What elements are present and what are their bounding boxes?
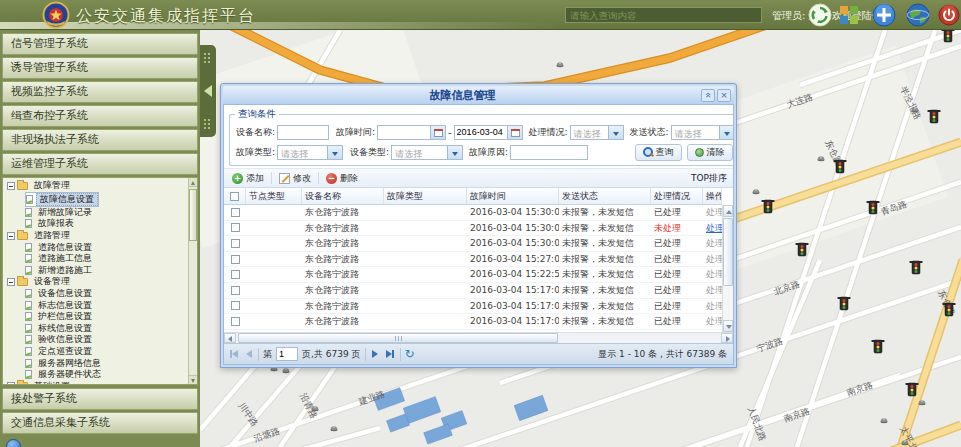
top-sort-label[interactable]: TOP排序 bbox=[691, 172, 727, 185]
tree-item-fault-info-setting[interactable]: 故障信息设置 bbox=[25, 192, 99, 207]
calendar-icon[interactable] bbox=[430, 126, 445, 139]
tree-item-server-network-info[interactable]: 服务器网络信息 bbox=[25, 357, 197, 369]
scrollbar-thumb[interactable] bbox=[189, 189, 197, 241]
recycle-icon[interactable] bbox=[808, 3, 832, 27]
add-button[interactable]: + 添加 bbox=[229, 170, 267, 187]
collapse-toggle-icon[interactable] bbox=[7, 232, 15, 240]
clear-button[interactable]: 清除 bbox=[687, 144, 733, 161]
next-page-button[interactable] bbox=[370, 347, 380, 361]
col-device-name[interactable]: 设备名称 bbox=[302, 188, 384, 204]
panel-collapse-handle[interactable] bbox=[200, 45, 216, 137]
table-row[interactable]: 东仓路宁波路 2016-03-04 15:30:00 未报警，未发短信 未处理 … bbox=[224, 221, 722, 237]
close-dialog-icon[interactable]: × bbox=[717, 89, 731, 102]
table-row[interactable]: 东仓路宁波路 2016-03-04 15:30:00 未报警，未发短信 已处理 … bbox=[224, 205, 722, 221]
tree-item-fixed-patrol-setting[interactable]: 定点巡查设置 bbox=[25, 346, 197, 358]
row-checkbox[interactable] bbox=[224, 314, 246, 329]
device-type-select[interactable]: 请选择 bbox=[391, 145, 463, 160]
dialog-titlebar[interactable]: 故障信息管理 « × bbox=[223, 86, 734, 104]
collapse-dialog-icon[interactable]: « bbox=[701, 89, 715, 102]
send-status-select[interactable]: 请选择 bbox=[671, 125, 734, 140]
handle-status-select[interactable]: 请选择 bbox=[570, 125, 624, 140]
collapse-toggle-icon[interactable] bbox=[7, 278, 15, 286]
refresh-icon[interactable]: ↻ bbox=[405, 348, 415, 360]
row-checkbox[interactable] bbox=[224, 267, 246, 282]
scroll-right-icon[interactable] bbox=[721, 333, 733, 343]
calendar-icon[interactable] bbox=[507, 126, 522, 139]
sidebar-item-alarm-handling[interactable]: 接处警子系统 bbox=[2, 388, 198, 410]
col-handle-status[interactable]: 处理情况 bbox=[651, 188, 703, 204]
row-checkbox[interactable] bbox=[224, 252, 246, 267]
tree-item-road-mgmt[interactable]: 道路管理 bbox=[7, 230, 197, 242]
tree-item-road-info-setting[interactable]: 道路信息设置 bbox=[25, 241, 197, 253]
tree-item-add-road-construction[interactable]: 新增道路施工 bbox=[25, 265, 197, 277]
sidebar-item-investigation-control[interactable]: 缉查布控子系统 bbox=[2, 105, 198, 127]
table-row[interactable]: 东仓路宁波路 2016-03-04 15:17:01 未报警，未发短信 已处理 … bbox=[224, 283, 722, 299]
fault-type-select[interactable]: 请选择 bbox=[277, 145, 343, 160]
row-checkbox[interactable] bbox=[224, 205, 246, 220]
tree-item-device-info-setting[interactable]: 设备信息设置 bbox=[25, 288, 197, 300]
table-row[interactable]: 东仓路宁波路 2016-03-04 15:22:50 未报警，未发短信 已处理 … bbox=[224, 267, 722, 283]
delete-button[interactable]: − 删除 bbox=[323, 170, 361, 187]
first-page-button[interactable] bbox=[228, 347, 240, 361]
table-row[interactable]: 东仓路宁波路 2016-03-04 15:17:01 未报警，未发短信 已处理 … bbox=[224, 314, 722, 330]
chevron-down-icon[interactable] bbox=[327, 146, 342, 159]
chevron-down-icon[interactable] bbox=[608, 126, 623, 139]
sidebar-item-video-monitor[interactable]: 视频监控子系统 bbox=[2, 81, 198, 103]
chevron-down-icon[interactable] bbox=[719, 126, 734, 139]
scroll-up-icon[interactable] bbox=[189, 178, 197, 187]
tree-item-device-mgmt[interactable]: 设备管理 bbox=[7, 276, 197, 288]
last-page-button[interactable] bbox=[384, 347, 396, 361]
scrollbar-thumb[interactable] bbox=[723, 218, 733, 286]
col-node-type[interactable]: 节点类型 bbox=[246, 188, 302, 204]
query-button[interactable]: 查询 bbox=[635, 144, 682, 161]
row-checkbox[interactable] bbox=[224, 221, 246, 236]
scroll-down-icon[interactable] bbox=[189, 375, 197, 384]
tree-item-fault-mgmt[interactable]: 故障管理 bbox=[7, 180, 197, 192]
tree-item-road-construction-info[interactable]: 道路施工信息 bbox=[25, 253, 197, 265]
sidebar-item-ops-maintenance[interactable]: 运维管理子系统 bbox=[2, 153, 198, 175]
modify-button[interactable]: 修改 bbox=[276, 170, 314, 187]
sidebar-item-offsite-enforcement[interactable]: 非现场执法子系统 bbox=[2, 129, 198, 151]
dashboard-grid-icon[interactable] bbox=[840, 6, 858, 24]
scroll-up-icon[interactable] bbox=[723, 205, 733, 217]
table-row[interactable]: 东仓路宁波路 2016-03-04 15:30:00 未报警，未发短信 已处理 … bbox=[224, 236, 722, 252]
col-operation[interactable]: 操作 bbox=[703, 188, 722, 204]
tree-scrollbar[interactable] bbox=[188, 178, 197, 384]
global-search-input[interactable] bbox=[565, 7, 762, 23]
tree-item-server-hardware-status[interactable]: 服务器硬件状态 bbox=[25, 369, 197, 381]
collapse-toggle-icon[interactable] bbox=[7, 182, 15, 190]
row-checkbox[interactable] bbox=[224, 283, 246, 298]
globe-icon[interactable] bbox=[906, 3, 930, 27]
row-checkbox[interactable] bbox=[224, 236, 246, 251]
col-fault-time[interactable]: 故障时间 bbox=[467, 188, 559, 204]
tree-item-guardrail-info-setting[interactable]: 护栏信息设置 bbox=[25, 311, 197, 323]
scroll-down-icon[interactable] bbox=[723, 320, 733, 332]
table-row[interactable]: 东仓路宁波路 2016-03-04 15:17:01 未报警，未发短信 已处理 … bbox=[224, 299, 722, 315]
power-icon[interactable] bbox=[938, 4, 960, 26]
grid-horizontal-scrollbar[interactable] bbox=[224, 332, 733, 343]
fault-reason-input[interactable] bbox=[510, 145, 588, 160]
fault-time-to-input[interactable] bbox=[455, 126, 507, 139]
row-checkbox[interactable] bbox=[224, 299, 246, 314]
tree-item-marking-info-setting[interactable]: 标线信息设置 bbox=[25, 323, 197, 335]
grid-vertical-scrollbar[interactable] bbox=[722, 205, 733, 332]
fault-time-from-input[interactable] bbox=[378, 126, 430, 139]
table-row[interactable]: 东仓路宁波路 2016-03-04 15:27:00 未报警，未发短信 已处理 … bbox=[224, 252, 722, 268]
tree-item-add-fault-record[interactable]: 新增故障记录 bbox=[25, 207, 197, 219]
device-name-input[interactable] bbox=[277, 125, 329, 140]
scroll-left-icon[interactable] bbox=[224, 333, 236, 343]
tree-item-basic-setting[interactable]: 基础设置 bbox=[7, 381, 197, 386]
plus-icon[interactable] bbox=[872, 3, 896, 27]
tree-item-acceptance-info-setting[interactable]: 验收信息设置 bbox=[25, 334, 197, 346]
select-all-checkbox[interactable] bbox=[224, 188, 246, 204]
handle-link[interactable]: 处理 bbox=[703, 221, 722, 236]
chevron-down-icon[interactable] bbox=[447, 146, 462, 159]
col-send-status[interactable]: 发送状态 bbox=[559, 188, 651, 204]
tree-item-fault-report[interactable]: 故障报表 bbox=[25, 218, 197, 230]
sidebar-item-guidance-mgmt[interactable]: 诱导管理子系统 bbox=[2, 57, 198, 79]
scrollbar-thumb[interactable] bbox=[238, 333, 558, 343]
expand-toggle-icon[interactable] bbox=[7, 382, 15, 385]
sidebar-item-signal-mgmt[interactable]: 信号管理子系统 bbox=[2, 33, 198, 55]
page-number-input[interactable] bbox=[276, 347, 298, 361]
tree-item-sign-info-setting[interactable]: 标志信息设置 bbox=[25, 299, 197, 311]
